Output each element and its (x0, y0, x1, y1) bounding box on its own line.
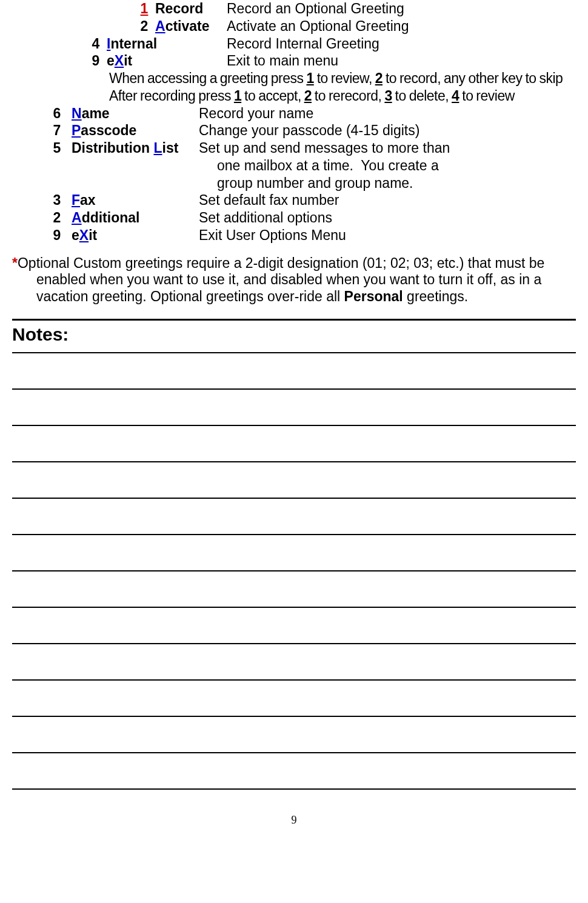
menu-name: Additional (72, 209, 199, 227)
menu-key: 9 (85, 52, 107, 70)
menu-item: 7PasscodeChange your passcode (4-15 digi… (42, 122, 576, 139)
note-line (12, 499, 576, 535)
instruction-line: After recording press 1 to accept, 2 to … (109, 87, 576, 105)
menu-key: 4 (85, 35, 107, 53)
note-line (12, 717, 576, 753)
page-number: 9 (12, 814, 576, 827)
menu-name: eXit (107, 52, 227, 70)
menu-key: 2 (42, 209, 72, 227)
menu-name: Internal (107, 35, 227, 53)
menu-desc: Set additional options (199, 209, 576, 227)
menu-key: 3 (42, 192, 72, 209)
menu-item: 6NameRecord your name (42, 105, 576, 122)
menu-desc: Record your name (199, 105, 576, 122)
menu-name: Name (72, 105, 199, 122)
menu-item: 5Distribution ListSet up and send messag… (42, 139, 576, 192)
menu-name: Activate (155, 18, 227, 35)
menu-key: 6 (42, 105, 72, 122)
menu-name: Passcode (72, 122, 199, 139)
notes-heading: Notes: (12, 319, 576, 353)
note-line (12, 462, 576, 499)
submenu-item: 1RecordRecord an Optional Greeting (133, 0, 576, 18)
footnote: *Optional Custom greetings require a 2-d… (12, 255, 576, 305)
submenu-item: 4InternalRecord Internal Greeting (85, 35, 576, 53)
note-line (12, 353, 576, 390)
notes-section: Notes: (12, 319, 576, 790)
menu-desc: Record Internal Greeting (227, 35, 576, 53)
menu-name: Distribution List (72, 139, 199, 157)
note-line (12, 681, 576, 717)
note-line (12, 644, 576, 681)
note-line (12, 753, 576, 790)
note-line (12, 608, 576, 644)
menu-desc: Activate an Optional Greeting (227, 18, 576, 35)
asterisk: * (12, 255, 18, 271)
menu-key: 9 (42, 227, 72, 244)
menu-item: 9eXitExit User Options Menu (42, 227, 576, 244)
menu-name: eXit (72, 227, 199, 244)
instruction-line: When accessing a greeting press 1 to rev… (109, 70, 576, 87)
menu-item: 3Fax Set default fax number (42, 192, 576, 209)
menu-key: 5 (42, 139, 72, 157)
menu-desc: Set up and send messages to more thanone… (199, 139, 576, 192)
menu-name: Fax (72, 192, 199, 209)
note-line (12, 390, 576, 426)
menu-key: 2 (133, 18, 155, 35)
menu-item: 2AdditionalSet additional options (42, 209, 576, 227)
menu-key: 7 (42, 122, 72, 139)
note-line (12, 535, 576, 571)
menu-desc: Exit User Options Menu (199, 227, 576, 244)
menu-desc: Record an Optional Greeting (227, 0, 576, 18)
submenu-item: 2ActivateActivate an Optional Greeting (133, 18, 576, 35)
menu-desc: Change your passcode (4-15 digits) (199, 122, 576, 139)
menu-desc: Exit to main menu (227, 52, 576, 70)
menu-key: 1 (133, 0, 155, 18)
menu-section: 1RecordRecord an Optional Greeting2Activ… (12, 0, 576, 244)
note-line (12, 426, 576, 462)
note-line (12, 571, 576, 608)
submenu-item: 9eXitExit to main menu (85, 52, 576, 70)
menu-name: Record (155, 0, 227, 18)
menu-desc: Set default fax number (199, 192, 576, 209)
